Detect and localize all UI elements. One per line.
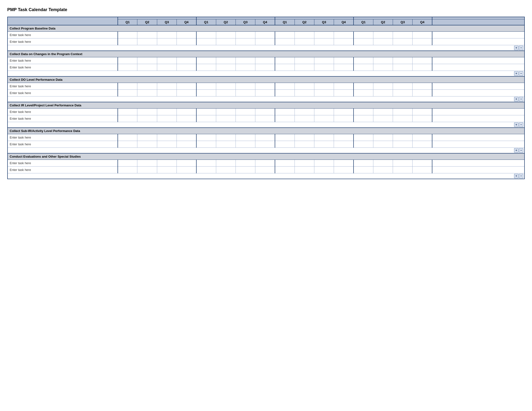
quarter-cell-fy4-q3[interactable]	[393, 64, 413, 71]
quarter-cell-fy1-q2[interactable]	[137, 115, 157, 122]
add-row-button[interactable]: +	[514, 148, 518, 153]
quarter-cell-fy1-q1[interactable]	[118, 64, 137, 71]
quarter-cell-fy1-q2[interactable]	[137, 134, 157, 141]
quarter-cell-fy1-q3[interactable]	[157, 32, 177, 38]
quarter-cell-fy1-q1[interactable]	[118, 115, 137, 122]
quarter-cell-fy3-q2[interactable]	[294, 141, 314, 148]
quarter-cell-fy4-q3[interactable]	[393, 160, 413, 167]
quarter-cell-fy4-q2[interactable]	[373, 90, 393, 96]
quarter-cell-fy3-q4[interactable]	[334, 115, 353, 122]
quarter-cell-fy2-q3[interactable]	[236, 38, 255, 45]
quarter-cell-fy1-q2[interactable]	[137, 64, 157, 71]
notes-cell[interactable]	[432, 83, 524, 90]
quarter-cell-fy1-q1[interactable]	[118, 109, 137, 115]
task-cell[interactable]: Enter task here	[8, 38, 118, 45]
quarter-cell-fy2-q3[interactable]	[236, 57, 255, 64]
task-cell[interactable]: Enter task here	[8, 141, 118, 148]
quarter-cell-fy2-q3[interactable]	[236, 83, 255, 90]
quarter-cell-fy1-q3[interactable]	[157, 83, 177, 90]
notes-cell[interactable]	[432, 134, 524, 141]
quarter-cell-fy3-q1[interactable]	[275, 57, 294, 64]
task-cell[interactable]: Enter task here	[8, 109, 118, 115]
quarter-cell-fy4-q4[interactable]	[413, 64, 432, 71]
quarter-cell-fy1-q1[interactable]	[118, 167, 137, 173]
quarter-cell-fy2-q2[interactable]	[216, 38, 236, 45]
quarter-cell-fy1-q3[interactable]	[157, 134, 177, 141]
quarter-cell-fy2-q3[interactable]	[236, 32, 255, 38]
quarter-cell-fy1-q2[interactable]	[137, 167, 157, 173]
quarter-cell-fy4-q3[interactable]	[393, 134, 413, 141]
quarter-cell-fy3-q3[interactable]	[314, 134, 334, 141]
quarter-cell-fy4-q2[interactable]	[373, 64, 393, 71]
quarter-cell-fy1-q1[interactable]	[118, 83, 137, 90]
quarter-cell-fy3-q2[interactable]	[294, 57, 314, 64]
quarter-cell-fy1-q2[interactable]	[137, 141, 157, 148]
quarter-cell-fy4-q3[interactable]	[393, 109, 413, 115]
task-cell[interactable]: Enter task here	[8, 167, 118, 173]
remove-row-button[interactable]: −	[519, 97, 523, 101]
quarter-cell-fy3-q4[interactable]	[334, 167, 353, 173]
quarter-cell-fy3-q3[interactable]	[314, 167, 334, 173]
add-row-button[interactable]: +	[514, 46, 518, 50]
task-cell[interactable]: Enter task here	[8, 32, 118, 38]
quarter-cell-fy3-q1[interactable]	[275, 160, 294, 167]
quarter-cell-fy3-q2[interactable]	[294, 109, 314, 115]
quarter-cell-fy2-q2[interactable]	[216, 83, 236, 90]
quarter-cell-fy3-q2[interactable]	[294, 90, 314, 96]
quarter-cell-fy4-q3[interactable]	[393, 32, 413, 38]
add-row-button[interactable]: +	[514, 174, 518, 178]
quarter-cell-fy1-q3[interactable]	[157, 57, 177, 64]
quarter-cell-fy1-q2[interactable]	[137, 57, 157, 64]
quarter-cell-fy3-q3[interactable]	[314, 83, 334, 90]
quarter-cell-fy1-q4[interactable]	[177, 160, 196, 167]
quarter-cell-fy2-q1[interactable]	[196, 32, 216, 38]
quarter-cell-fy2-q1[interactable]	[196, 160, 216, 167]
quarter-cell-fy3-q1[interactable]	[275, 134, 294, 141]
notes-cell[interactable]	[432, 167, 524, 173]
quarter-cell-fy2-q4[interactable]	[255, 57, 275, 64]
quarter-cell-fy2-q1[interactable]	[196, 90, 216, 96]
quarter-cell-fy4-q2[interactable]	[373, 38, 393, 45]
quarter-cell-fy3-q3[interactable]	[314, 32, 334, 38]
task-cell[interactable]: Enter task here	[8, 160, 118, 167]
remove-row-button[interactable]: −	[519, 148, 523, 153]
quarter-cell-fy2-q1[interactable]	[196, 134, 216, 141]
remove-row-button[interactable]: −	[519, 174, 523, 178]
remove-row-button[interactable]: −	[519, 46, 523, 50]
task-cell[interactable]: Enter task here	[8, 64, 118, 71]
quarter-cell-fy1-q3[interactable]	[157, 38, 177, 45]
quarter-cell-fy1-q4[interactable]	[177, 90, 196, 96]
quarter-cell-fy4-q3[interactable]	[393, 83, 413, 90]
quarter-cell-fy3-q2[interactable]	[294, 115, 314, 122]
quarter-cell-fy4-q4[interactable]	[413, 115, 432, 122]
quarter-cell-fy3-q1[interactable]	[275, 38, 294, 45]
quarter-cell-fy4-q1[interactable]	[353, 109, 373, 115]
quarter-cell-fy3-q4[interactable]	[334, 141, 353, 148]
quarter-cell-fy3-q1[interactable]	[275, 83, 294, 90]
notes-cell[interactable]	[432, 57, 524, 64]
remove-row-button[interactable]: −	[519, 122, 523, 127]
quarter-cell-fy1-q4[interactable]	[177, 38, 196, 45]
quarter-cell-fy1-q3[interactable]	[157, 167, 177, 173]
quarter-cell-fy3-q3[interactable]	[314, 115, 334, 122]
quarter-cell-fy2-q3[interactable]	[236, 160, 255, 167]
quarter-cell-fy4-q1[interactable]	[353, 160, 373, 167]
add-row-button[interactable]: +	[514, 122, 518, 127]
quarter-cell-fy2-q2[interactable]	[216, 134, 236, 141]
quarter-cell-fy3-q1[interactable]	[275, 109, 294, 115]
quarter-cell-fy4-q4[interactable]	[413, 32, 432, 38]
quarter-cell-fy4-q1[interactable]	[353, 167, 373, 173]
notes-cell[interactable]	[432, 115, 524, 122]
quarter-cell-fy4-q1[interactable]	[353, 38, 373, 45]
quarter-cell-fy4-q4[interactable]	[413, 141, 432, 148]
quarter-cell-fy1-q3[interactable]	[157, 90, 177, 96]
quarter-cell-fy4-q3[interactable]	[393, 38, 413, 45]
quarter-cell-fy4-q3[interactable]	[393, 115, 413, 122]
quarter-cell-fy1-q1[interactable]	[118, 57, 137, 64]
quarter-cell-fy2-q3[interactable]	[236, 141, 255, 148]
quarter-cell-fy4-q3[interactable]	[393, 90, 413, 96]
quarter-cell-fy1-q2[interactable]	[137, 90, 157, 96]
quarter-cell-fy3-q2[interactable]	[294, 134, 314, 141]
quarter-cell-fy4-q4[interactable]	[413, 109, 432, 115]
quarter-cell-fy1-q1[interactable]	[118, 160, 137, 167]
